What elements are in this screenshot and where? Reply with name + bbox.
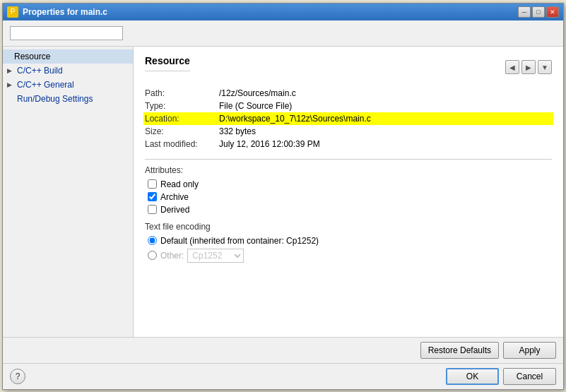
window-title: Properties for main.c — [23, 7, 518, 17]
sidebar-item-run-debug[interactable]: ▶ Run/Debug Settings — [3, 92, 133, 106]
derived-row: Derived — [145, 205, 552, 215]
apply-button[interactable]: Apply — [503, 342, 556, 359]
encoding-title: Text file encoding — [145, 222, 552, 232]
arrow-icon-cpp-general: ▶ — [7, 81, 14, 88]
minimize-button[interactable]: ─ — [518, 6, 531, 18]
cpp-build-label: C/C++ Build — [17, 66, 63, 76]
back-button[interactable]: ◀ — [505, 60, 519, 74]
encoding-section: Text file encoding Default (inherited fr… — [145, 222, 552, 263]
archive-checkbox[interactable] — [148, 192, 157, 201]
readonly-row: Read only — [145, 179, 552, 189]
other-encoding-label: Other: — [160, 251, 184, 261]
size-value: 332 bytes — [219, 126, 256, 136]
type-label: Type: — [145, 101, 219, 111]
detail-panel: Resource ◀ ▶ ▼ Path: /12z/Sources/main.c… — [134, 47, 563, 337]
prop-row-last-modified: Last modified: July 12, 2016 12:00:39 PM — [145, 138, 552, 150]
derived-checkbox[interactable] — [148, 205, 157, 214]
size-label: Size: — [145, 126, 219, 136]
close-button[interactable]: ✕ — [546, 6, 559, 18]
sidebar-item-cpp-general[interactable]: ▶ C/C++ General — [3, 78, 133, 92]
type-value: File (C Source File) — [219, 101, 292, 111]
cpp-general-label: C/C++ General — [17, 80, 74, 90]
other-encoding-radio[interactable] — [148, 251, 157, 260]
attributes-label: Attributes: — [145, 165, 552, 175]
restore-defaults-button[interactable]: Restore Defaults — [420, 342, 499, 359]
separator-1 — [145, 159, 552, 160]
readonly-label: Read only — [160, 179, 199, 189]
archive-label: Archive — [160, 192, 189, 202]
title-bar-controls: ─ □ ✕ — [518, 6, 559, 18]
content-area: Resource ▶ C/C++ Build ▶ C/C++ General ▶… — [3, 20, 563, 389]
prop-row-type: Type: File (C Source File) — [145, 100, 552, 112]
filter-input[interactable] — [10, 26, 123, 40]
default-encoding-radio[interactable] — [148, 236, 157, 245]
attributes-section: Attributes: Read only Archive Derived — [145, 165, 552, 215]
encoding-select[interactable]: Cp1252 — [187, 249, 244, 263]
archive-row: Archive — [145, 192, 552, 202]
other-encoding-row: Other: Cp1252 — [145, 249, 552, 263]
properties-table: Path: /12z/Sources/main.c Type: File (C … — [145, 87, 552, 150]
detail-title: Resource — [145, 55, 190, 71]
resource-label: Resource — [14, 52, 50, 61]
path-value: /12z/Sources/main.c — [219, 88, 296, 98]
ok-cancel-bar: ? OK Cancel — [3, 363, 563, 389]
ok-button[interactable]: OK — [446, 368, 499, 385]
arrow-icon-cpp-build: ▶ — [7, 67, 14, 74]
filter-bar — [3, 20, 563, 47]
bottom-right-buttons: Restore Defaults Apply — [420, 342, 556, 359]
last-modified-value: July 12, 2016 12:00:39 PM — [219, 139, 320, 149]
ok-cancel-buttons: OK Cancel — [446, 368, 556, 385]
path-label: Path: — [145, 88, 219, 98]
sidebar-item-resource[interactable]: Resource — [3, 49, 133, 64]
last-modified-label: Last modified: — [145, 139, 219, 149]
cancel-button[interactable]: Cancel — [503, 368, 556, 385]
default-encoding-row: Default (inherited from container: Cp125… — [145, 236, 552, 246]
location-label: Location: — [145, 114, 219, 124]
sidebar: Resource ▶ C/C++ Build ▶ C/C++ General ▶… — [3, 47, 134, 337]
prop-row-size: Size: 332 bytes — [145, 125, 552, 138]
prop-row-location: Location: D:\workspace_10_7\12z\Sources\… — [143, 112, 553, 125]
help-button[interactable]: ? — [10, 369, 25, 384]
bottom-bar: Restore Defaults Apply — [3, 337, 563, 363]
run-debug-label: Run/Debug Settings — [17, 94, 93, 104]
title-bar: P Properties for main.c ─ □ ✕ — [3, 4, 563, 20]
forward-button[interactable]: ▶ — [521, 60, 536, 74]
toolbar-dropdown-button[interactable]: ▼ — [538, 60, 552, 74]
default-encoding-label: Default (inherited from container: Cp125… — [160, 236, 319, 246]
maximize-button[interactable]: □ — [532, 6, 545, 18]
location-value: D:\workspace_10_7\12z\Sources\main.c — [219, 114, 371, 124]
window-icon: P — [7, 6, 18, 18]
derived-label: Derived — [160, 205, 189, 215]
main-content: Resource ▶ C/C++ Build ▶ C/C++ General ▶… — [3, 47, 563, 337]
readonly-checkbox[interactable] — [148, 179, 157, 189]
main-window: P Properties for main.c ─ □ ✕ Resource ▶… — [2, 3, 564, 390]
prop-row-path: Path: /12z/Sources/main.c — [145, 87, 552, 100]
sidebar-item-cpp-build[interactable]: ▶ C/C++ Build — [3, 64, 133, 78]
